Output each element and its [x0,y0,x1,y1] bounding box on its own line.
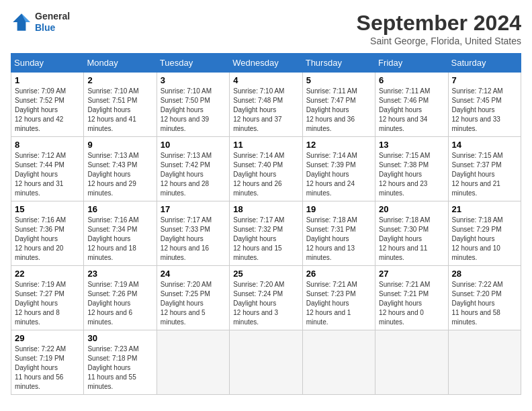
day-cell: 28 Sunrise: 7:22 AM Sunset: 7:20 PM Dayl… [448,266,521,330]
day-info: Sunrise: 7:18 AM Sunset: 7:29 PM Dayligh… [452,216,517,263]
week-row-1: 1 Sunrise: 7:09 AM Sunset: 7:52 PM Dayli… [11,73,521,137]
day-number: 11 [233,140,298,150]
day-info: Sunrise: 7:12 AM Sunset: 7:44 PM Dayligh… [15,151,80,198]
day-info: Sunrise: 7:10 AM Sunset: 7:51 PM Dayligh… [87,87,152,134]
col-friday: Friday [375,54,448,73]
day-cell: 13 Sunrise: 7:15 AM Sunset: 7:38 PM Dayl… [375,137,448,201]
day-number: 30 [87,333,152,343]
day-cell: 8 Sunrise: 7:12 AM Sunset: 7:44 PM Dayli… [11,137,84,201]
header: General Blue September 2024 Saint George… [11,11,521,46]
day-cell: 14 Sunrise: 7:15 AM Sunset: 7:37 PM Dayl… [448,137,521,201]
day-number: 23 [87,269,152,279]
day-number: 16 [87,204,152,214]
col-wednesday: Wednesday [230,54,302,73]
day-number: 24 [161,269,226,279]
col-saturday: Saturday [448,54,521,73]
day-number: 28 [452,269,517,279]
day-info: Sunrise: 7:10 AM Sunset: 7:50 PM Dayligh… [161,87,226,134]
day-number: 15 [15,204,80,214]
week-row-5: 29 Sunrise: 7:22 AM Sunset: 7:19 PM Dayl… [11,330,521,395]
day-number: 13 [379,140,444,150]
day-number: 19 [306,204,371,214]
day-cell: 23 Sunrise: 7:19 AM Sunset: 7:26 PM Dayl… [84,266,157,330]
day-info: Sunrise: 7:18 AM Sunset: 7:30 PM Dayligh… [379,216,444,263]
location-title: Saint George, Florida, United States [357,36,521,46]
day-info: Sunrise: 7:21 AM Sunset: 7:21 PM Dayligh… [379,280,444,327]
day-cell: 10 Sunrise: 7:13 AM Sunset: 7:42 PM Dayl… [157,137,229,201]
day-cell: 11 Sunrise: 7:14 AM Sunset: 7:40 PM Dayl… [230,137,302,201]
day-cell: 15 Sunrise: 7:16 AM Sunset: 7:36 PM Dayl… [11,201,84,266]
day-cell: 5 Sunrise: 7:11 AM Sunset: 7:47 PM Dayli… [302,73,375,137]
day-cell: 27 Sunrise: 7:21 AM Sunset: 7:21 PM Dayl… [375,266,448,330]
col-sunday: Sunday [11,54,84,73]
day-info: Sunrise: 7:23 AM Sunset: 7:18 PM Dayligh… [87,345,152,392]
day-cell: 29 Sunrise: 7:22 AM Sunset: 7:19 PM Dayl… [11,330,84,395]
day-info: Sunrise: 7:20 AM Sunset: 7:25 PM Dayligh… [161,280,226,327]
day-info: Sunrise: 7:14 AM Sunset: 7:39 PM Dayligh… [306,151,371,198]
day-cell: 25 Sunrise: 7:20 AM Sunset: 7:24 PM Dayl… [230,266,302,330]
day-cell [302,330,375,395]
logo: General Blue [11,11,70,34]
day-cell: 26 Sunrise: 7:21 AM Sunset: 7:23 PM Dayl… [302,266,375,330]
day-cell [157,330,229,395]
day-number: 10 [161,140,226,150]
day-cell: 19 Sunrise: 7:18 AM Sunset: 7:31 PM Dayl… [302,201,375,266]
day-cell: 20 Sunrise: 7:18 AM Sunset: 7:30 PM Dayl… [375,201,448,266]
day-info: Sunrise: 7:19 AM Sunset: 7:27 PM Dayligh… [15,280,80,327]
day-number: 8 [15,140,80,150]
day-info: Sunrise: 7:11 AM Sunset: 7:47 PM Dayligh… [306,87,371,134]
logo-text: General Blue [35,11,70,34]
day-cell [375,330,448,395]
day-number: 17 [161,204,226,214]
col-thursday: Thursday [302,54,375,73]
day-cell: 18 Sunrise: 7:17 AM Sunset: 7:32 PM Dayl… [230,201,302,266]
day-number: 6 [379,75,444,85]
day-info: Sunrise: 7:22 AM Sunset: 7:19 PM Dayligh… [15,345,80,392]
day-number: 1 [15,75,80,85]
day-cell: 2 Sunrise: 7:10 AM Sunset: 7:51 PM Dayli… [84,73,157,137]
col-monday: Monday [84,54,157,73]
day-cell: 3 Sunrise: 7:10 AM Sunset: 7:50 PM Dayli… [157,73,229,137]
day-cell: 12 Sunrise: 7:14 AM Sunset: 7:39 PM Dayl… [302,137,375,201]
day-info: Sunrise: 7:18 AM Sunset: 7:31 PM Dayligh… [306,216,371,263]
day-cell [448,330,521,395]
day-info: Sunrise: 7:13 AM Sunset: 7:42 PM Dayligh… [161,151,226,198]
day-cell: 4 Sunrise: 7:10 AM Sunset: 7:48 PM Dayli… [230,73,302,137]
day-number: 5 [306,75,371,85]
day-info: Sunrise: 7:20 AM Sunset: 7:24 PM Dayligh… [233,280,298,327]
day-info: Sunrise: 7:14 AM Sunset: 7:40 PM Dayligh… [233,151,298,198]
day-number: 7 [452,75,517,85]
day-info: Sunrise: 7:12 AM Sunset: 7:45 PM Dayligh… [452,87,517,134]
week-row-2: 8 Sunrise: 7:12 AM Sunset: 7:44 PM Dayli… [11,137,521,201]
header-row: Sunday Monday Tuesday Wednesday Thursday… [11,54,521,73]
logo-blue: Blue [35,22,70,34]
day-number: 12 [306,140,371,150]
day-cell: 22 Sunrise: 7:19 AM Sunset: 7:27 PM Dayl… [11,266,84,330]
day-number: 26 [306,269,371,279]
day-cell: 30 Sunrise: 7:23 AM Sunset: 7:18 PM Dayl… [84,330,157,395]
day-cell: 6 Sunrise: 7:11 AM Sunset: 7:46 PM Dayli… [375,73,448,137]
day-info: Sunrise: 7:17 AM Sunset: 7:33 PM Dayligh… [161,216,226,263]
day-info: Sunrise: 7:21 AM Sunset: 7:23 PM Dayligh… [306,280,371,327]
day-cell: 17 Sunrise: 7:17 AM Sunset: 7:33 PM Dayl… [157,201,229,266]
day-number: 3 [161,75,226,85]
month-title: September 2024 [357,11,521,36]
day-number: 9 [87,140,152,150]
day-cell: 9 Sunrise: 7:13 AM Sunset: 7:43 PM Dayli… [84,137,157,201]
title-block: September 2024 Saint George, Florida, Un… [357,11,521,46]
day-info: Sunrise: 7:13 AM Sunset: 7:43 PM Dayligh… [87,151,152,198]
day-number: 4 [233,75,298,85]
day-cell: 16 Sunrise: 7:16 AM Sunset: 7:34 PM Dayl… [84,201,157,266]
day-number: 2 [87,75,152,85]
day-number: 22 [15,269,80,279]
week-row-3: 15 Sunrise: 7:16 AM Sunset: 7:36 PM Dayl… [11,201,521,266]
day-cell: 1 Sunrise: 7:09 AM Sunset: 7:52 PM Dayli… [11,73,84,137]
day-number: 20 [379,204,444,214]
day-cell: 21 Sunrise: 7:18 AM Sunset: 7:29 PM Dayl… [448,201,521,266]
day-info: Sunrise: 7:10 AM Sunset: 7:48 PM Dayligh… [233,87,298,134]
day-number: 25 [233,269,298,279]
day-cell: 24 Sunrise: 7:20 AM Sunset: 7:25 PM Dayl… [157,266,229,330]
day-info: Sunrise: 7:15 AM Sunset: 7:38 PM Dayligh… [379,151,444,198]
logo-icon [11,11,32,33]
day-info: Sunrise: 7:16 AM Sunset: 7:36 PM Dayligh… [15,216,80,263]
